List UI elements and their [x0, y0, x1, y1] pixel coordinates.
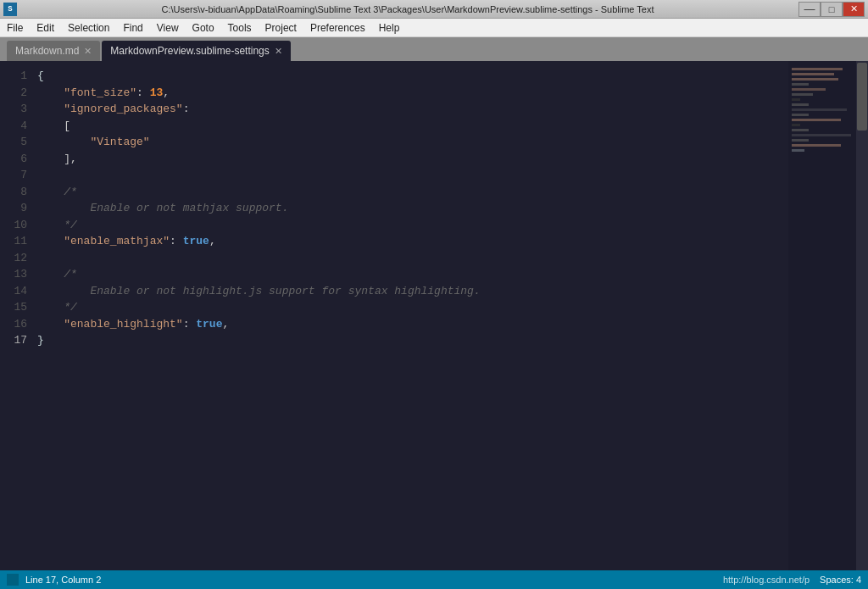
line-num-10: 10	[0, 217, 27, 234]
spaces-indicator: Spaces: 4	[820, 575, 861, 585]
maximize-button[interactable]: □	[821, 2, 843, 17]
code-line-8: /*	[37, 184, 788, 201]
code-line-3: "ignored_packages":	[37, 101, 788, 118]
code-line-17: }	[37, 332, 788, 349]
code-line-2: "font_size": 13,	[37, 85, 788, 102]
code-line-9: Enable or not mathjax support.	[37, 200, 788, 217]
line-num-12: 12	[0, 250, 27, 267]
menu-edit[interactable]: Edit	[30, 19, 61, 36]
tab-markdown-md-label: Markdown.md	[15, 45, 79, 57]
line-num-7: 7	[0, 167, 27, 184]
status-icon	[7, 574, 19, 586]
code-line-13: /*	[37, 266, 788, 283]
code-line-5: "Vintage"	[37, 134, 788, 151]
tab-markdown-md-close[interactable]: ✕	[84, 46, 92, 57]
editor[interactable]: 1 2 3 4 5 6 7 8 9 10 11 12 13 14 15 16 1…	[0, 61, 868, 570]
code-line-16: "enable_highlight": true,	[37, 316, 788, 333]
title-bar-controls: — □ ✕	[798, 2, 865, 17]
code-line-7	[37, 167, 788, 184]
line-num-13: 13	[0, 266, 27, 283]
menu-project[interactable]: Project	[259, 19, 303, 36]
menu-view[interactable]: View	[150, 19, 186, 36]
line-num-9: 9	[0, 200, 27, 217]
line-num-17: 17	[0, 332, 27, 349]
line-num-4: 4	[0, 118, 27, 135]
close-button[interactable]: ✕	[843, 2, 865, 17]
minimap	[788, 61, 856, 570]
line-num-8: 8	[0, 184, 27, 201]
title-bar-text: C:\Users\v-biduan\AppData\Roaming\Sublim…	[17, 4, 798, 14]
code-line-12	[37, 250, 788, 267]
code-line-1: {	[37, 68, 788, 85]
scrollbar-thumb[interactable]	[857, 63, 867, 131]
line-num-1: 1	[0, 68, 27, 85]
menu-goto[interactable]: Goto	[186, 19, 221, 36]
menu-file[interactable]: File	[0, 19, 30, 36]
line-num-2: 2	[0, 85, 27, 102]
menu-selection[interactable]: Selection	[61, 19, 116, 36]
line-num-5: 5	[0, 134, 27, 151]
app-icon: S	[3, 3, 17, 16]
line-num-3: 3	[0, 101, 27, 118]
scrollbar[interactable]	[856, 61, 868, 570]
code-line-10: */	[37, 217, 788, 234]
title-bar: S C:\Users\v-biduan\AppData\Roaming\Subl…	[0, 0, 868, 19]
minimize-button[interactable]: —	[798, 2, 821, 17]
tab-settings[interactable]: MarkdownPreview.sublime-settings ✕	[102, 41, 290, 61]
menu-help[interactable]: Help	[372, 19, 407, 36]
line-num-16: 16	[0, 316, 27, 333]
line-num-14: 14	[0, 283, 27, 300]
status-bar: Line 17, Column 2 http://blog.csdn.net/p…	[0, 570, 868, 589]
line-num-15: 15	[0, 299, 27, 316]
status-right-text: http://blog.csdn.net/p	[723, 575, 810, 585]
code-line-6: ],	[37, 151, 788, 168]
code-line-4: [	[37, 118, 788, 135]
menu-bar: File Edit Selection Find View Goto Tools…	[0, 19, 868, 37]
line-num-6: 6	[0, 151, 27, 168]
tab-markdown-md[interactable]: Markdown.md ✕	[7, 41, 100, 61]
code-line-11: "enable_mathjax": true,	[37, 233, 788, 250]
line-numbers: 1 2 3 4 5 6 7 8 9 10 11 12 13 14 15 16 1…	[0, 61, 34, 570]
menu-tools[interactable]: Tools	[221, 19, 259, 36]
code-content[interactable]: { "font_size": 13, "ignored_packages": […	[34, 61, 788, 570]
code-line-14: Enable or not highlight.js support for s…	[37, 283, 788, 300]
code-line-15: */	[37, 299, 788, 316]
line-num-11: 11	[0, 233, 27, 250]
tab-settings-label: MarkdownPreview.sublime-settings	[110, 45, 269, 57]
tab-settings-close[interactable]: ✕	[275, 46, 282, 57]
menu-find[interactable]: Find	[116, 19, 149, 36]
menu-preferences[interactable]: Preferences	[303, 19, 372, 36]
cursor-position: Line 17, Column 2	[25, 575, 101, 585]
tab-bar: Markdown.md ✕ MarkdownPreview.sublime-se…	[0, 37, 868, 61]
